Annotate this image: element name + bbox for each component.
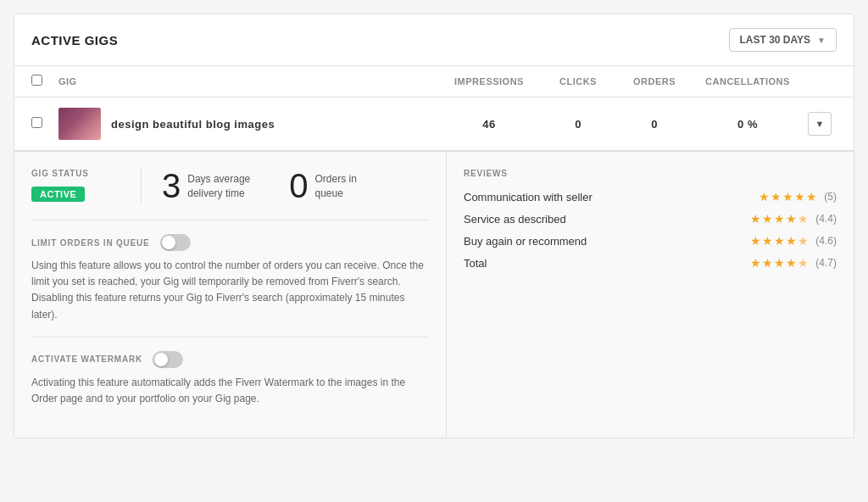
gig-status-label: GIG STATUS (31, 169, 124, 178)
limit-orders-section: LIMIT ORDERS IN QUEUE Using this feature… (31, 234, 429, 323)
details-panel: GIG STATUS ACTIVE GIG INFO 3 Days averag… (14, 151, 854, 438)
star-half-1: ★ (798, 212, 809, 226)
stars-3: ★★★★★ (750, 256, 809, 270)
reviews-container: Communication with seller★★★★★(5)Service… (464, 190, 837, 270)
chevron-down-icon: ▼ (817, 36, 826, 45)
review-score-3: (4.7) (815, 257, 837, 269)
limit-orders-toggle[interactable] (160, 234, 191, 251)
star-full-3-0: ★ (750, 256, 761, 270)
review-score-0: (5) (824, 191, 837, 203)
star-half-3: ★ (798, 256, 809, 270)
select-all-checkbox[interactable] (31, 75, 42, 86)
row-checkbox[interactable] (31, 117, 42, 128)
delivery-text: Days average delivery time (187, 169, 255, 201)
watermark-section: ACTIVATE WATERMARK Activating this featu… (31, 351, 429, 407)
details-right: REVIEWS Communication with seller★★★★★(5… (447, 152, 854, 438)
gig-impressions: 46 (438, 118, 540, 131)
gig-status-info-row: GIG STATUS ACTIVE GIG INFO 3 Days averag… (31, 169, 429, 203)
star-full-0-4: ★ (806, 190, 817, 204)
review-row-3: Total★★★★★(4.7) (464, 256, 837, 270)
star-full-1-3: ★ (786, 212, 797, 226)
queue-info: 0 Orders in queue (289, 169, 382, 203)
star-full-3-2: ★ (774, 256, 785, 270)
gig-thumbnail (58, 108, 101, 140)
stars-container-3: ★★★★★(4.7) (750, 256, 837, 270)
star-full-1-0: ★ (750, 212, 761, 226)
gig-title: design beautiful blog images (111, 118, 438, 131)
star-half-2: ★ (798, 234, 809, 248)
review-name-2: Buy again or recommend (464, 235, 750, 248)
col-header-gig: GIG (58, 76, 438, 86)
date-filter-label: LAST 30 DAYS (740, 34, 811, 46)
watermark-toggle[interactable] (153, 351, 183, 368)
divider-2 (31, 337, 429, 337)
stars-container-2: ★★★★★(4.6) (750, 234, 837, 248)
watermark-description: Activating this feature automatically ad… (31, 375, 429, 407)
table-header: GIG IMPRESSIONS CLICKS ORDERS CANCELLATI… (14, 66, 854, 98)
star-full-0-3: ★ (794, 190, 805, 204)
stars-0: ★★★★★ (759, 190, 817, 204)
table-row: design beautiful blog images 46 0 0 0 % … (14, 98, 854, 151)
status-badge: ACTIVE (31, 187, 85, 202)
star-full-0-0: ★ (759, 190, 770, 204)
star-full-2-2: ★ (774, 234, 785, 248)
row-dropdown-container[interactable]: ▼ (803, 112, 837, 136)
star-full-0-1: ★ (771, 190, 782, 204)
col-header-cancellations: CANCELLATIONS (693, 76, 803, 86)
queue-count: 0 (289, 169, 308, 203)
limit-orders-row: LIMIT ORDERS IN QUEUE (31, 234, 429, 251)
review-name-1: Service as described (464, 213, 750, 226)
star-full-1-2: ★ (774, 212, 785, 226)
stars-container-1: ★★★★★(4.4) (750, 212, 837, 226)
date-filter-button[interactable]: LAST 30 DAYS ▼ (729, 28, 837, 52)
row-dropdown-button[interactable]: ▼ (808, 112, 832, 136)
details-left: GIG STATUS ACTIVE GIG INFO 3 Days averag… (14, 152, 447, 438)
review-row-1: Service as described★★★★★(4.4) (464, 212, 837, 226)
review-score-1: (4.4) (815, 213, 837, 225)
select-all-checkbox-container[interactable] (31, 75, 48, 88)
divider-1 (31, 220, 429, 220)
review-row-2: Buy again or recommend★★★★★(4.6) (464, 234, 837, 248)
gig-cancellations: 0 % (693, 118, 803, 131)
watermark-row: ACTIVATE WATERMARK (31, 351, 429, 368)
star-full-2-1: ★ (762, 234, 773, 248)
col-header-impressions: IMPRESSIONS (438, 76, 540, 86)
gig-orders: 0 (616, 118, 693, 131)
stars-container-0: ★★★★★(5) (759, 190, 837, 204)
limit-orders-label: LIMIT ORDERS IN QUEUE (31, 238, 150, 248)
star-full-0-2: ★ (782, 190, 793, 204)
review-row-0: Communication with seller★★★★★(5) (464, 190, 837, 204)
star-full-1-1: ★ (762, 212, 773, 226)
review-score-2: (4.6) (815, 235, 837, 247)
page-title: ACTIVE GIGS (31, 33, 118, 47)
chevron-down-icon: ▼ (815, 119, 825, 129)
gig-clicks: 0 (540, 118, 616, 131)
stars-1: ★★★★★ (750, 212, 809, 226)
stars-2: ★★★★★ (750, 234, 809, 248)
col-header-clicks: CLICKS (540, 76, 616, 86)
row-checkbox-container[interactable] (31, 117, 48, 131)
delivery-days: 3 (162, 169, 181, 203)
gig-status-block: GIG STATUS ACTIVE (31, 169, 142, 203)
star-full-3-3: ★ (786, 256, 797, 270)
gig-info-block: GIG INFO 3 Days average delivery time 0 … (142, 169, 383, 203)
col-header-orders: ORDERS (616, 76, 693, 86)
review-name-0: Communication with seller (464, 191, 759, 204)
star-full-2-3: ★ (786, 234, 797, 248)
queue-text: Orders in queue (315, 169, 383, 201)
reviews-label: REVIEWS (464, 169, 837, 178)
star-full-2-0: ★ (750, 234, 761, 248)
limit-orders-description: Using this feature allows you to control… (31, 258, 429, 323)
review-name-3: Total (464, 257, 750, 270)
watermark-label: ACTIVATE WATERMARK (31, 354, 142, 364)
card-header: ACTIVE GIGS LAST 30 DAYS ▼ (14, 14, 854, 66)
delivery-info: 3 Days average delivery time (162, 169, 255, 203)
star-full-3-1: ★ (762, 256, 773, 270)
